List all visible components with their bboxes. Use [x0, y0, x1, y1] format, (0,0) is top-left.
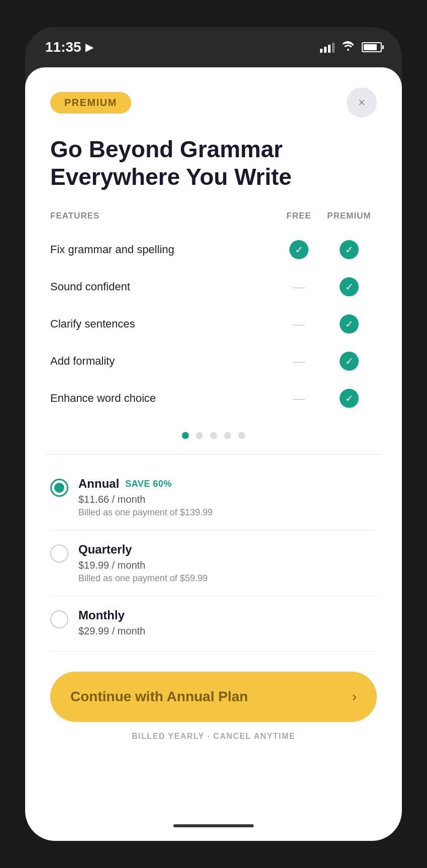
plan-options: AnnualSAVE 60%$11.66 / monthBilled as on… — [50, 465, 377, 652]
battery-icon — [362, 42, 382, 52]
dash-icon: — — [293, 317, 305, 331]
time-label: 11:35 — [45, 39, 81, 55]
check-icon: ✓ — [289, 240, 308, 259]
plan-details-annual: AnnualSAVE 60%$11.66 / monthBilled as on… — [78, 477, 377, 518]
dash-icon: — — [293, 280, 305, 294]
feature-row: Clarify sentences—✓ — [50, 305, 377, 343]
header-row: PREMIUM × — [50, 87, 377, 118]
close-button[interactable]: × — [347, 87, 377, 118]
save-badge: SAVE 60% — [125, 479, 172, 489]
premium-badge: PREMIUM — [50, 92, 131, 114]
feature-name: Clarify sentences — [50, 317, 276, 331]
feature-row: Fix grammar and spelling✓✓ — [50, 231, 377, 268]
col-feature-header: FEATURES — [50, 211, 276, 221]
feature-name: Enhance word choice — [50, 392, 276, 405]
plan-option-quarterly[interactable]: Quarterly$19.99 / monthBilled as one pay… — [50, 530, 377, 596]
plan-billing: Billed as one payment of $139.99 — [78, 507, 377, 518]
status-time: 11:35 ▶ — [45, 39, 93, 55]
radio-quarterly[interactable] — [50, 545, 68, 563]
premium-cell: ✓ — [322, 352, 377, 371]
continue-button[interactable]: Continue with Annual Plan › — [50, 672, 377, 722]
plan-details-quarterly: Quarterly$19.99 / monthBilled as one pay… — [78, 542, 377, 584]
phone-frame: 11:35 ▶ PREMIUM × — [25, 27, 402, 841]
check-icon: ✓ — [340, 240, 359, 259]
radio-monthly[interactable] — [50, 610, 68, 628]
premium-cell: ✓ — [322, 240, 377, 259]
cta-section: Continue with Annual Plan › BILLED YEARL… — [50, 672, 377, 741]
plan-option-annual[interactable]: AnnualSAVE 60%$11.66 / monthBilled as on… — [50, 465, 377, 530]
feature-rows: Fix grammar and spelling✓✓Sound confiden… — [50, 231, 377, 417]
check-icon: ✓ — [340, 389, 359, 408]
plan-price: $11.66 / month — [78, 494, 377, 505]
plan-option-monthly[interactable]: Monthly$29.99 / month — [50, 596, 377, 652]
dot-3 — [210, 432, 217, 439]
home-bar — [173, 824, 254, 827]
dot-1 — [182, 432, 189, 439]
feature-name: Sound confident — [50, 280, 276, 293]
signal-icon — [320, 42, 335, 53]
free-cell: ✓ — [276, 240, 322, 259]
feature-row: Sound confident—✓ — [50, 268, 377, 305]
carousel-dots — [50, 432, 377, 439]
dot-5 — [238, 432, 245, 439]
premium-cell: ✓ — [322, 389, 377, 408]
dot-4 — [224, 432, 231, 439]
radio-inner — [54, 483, 64, 493]
wifi-icon — [342, 41, 355, 54]
plan-details-monthly: Monthly$29.99 / month — [78, 608, 377, 639]
cta-subtitle: BILLED YEARLY · CANCEL ANYTIME — [50, 732, 377, 741]
location-icon: ▶ — [85, 41, 93, 53]
plan-price: $19.99 / month — [78, 560, 377, 571]
feature-header-row: FEATURES FREE PREMIUM — [50, 211, 377, 221]
status-icons — [320, 41, 382, 54]
radio-annual[interactable] — [50, 479, 68, 497]
plan-name: Monthly — [78, 608, 125, 622]
dash-icon: — — [293, 354, 305, 368]
section-divider — [45, 454, 382, 455]
free-cell: — — [276, 354, 322, 368]
cta-button-text: Continue with Annual Plan — [70, 689, 248, 705]
check-icon: ✓ — [340, 352, 359, 371]
dot-2 — [196, 432, 203, 439]
cta-arrow-icon: › — [352, 689, 357, 705]
plan-name: Annual — [78, 477, 119, 491]
dash-icon: — — [293, 391, 305, 405]
free-cell: — — [276, 317, 322, 331]
premium-cell: ✓ — [322, 314, 377, 334]
feature-row: Enhance word choice—✓ — [50, 380, 377, 417]
content-sheet: PREMIUM × Go Beyond Grammar Everywhere Y… — [25, 67, 402, 811]
free-cell: — — [276, 280, 322, 294]
status-bar: 11:35 ▶ — [25, 27, 402, 67]
feature-name: Add formality — [50, 355, 276, 368]
col-free-header: FREE — [276, 211, 322, 221]
col-premium-header: PREMIUM — [322, 211, 377, 221]
plan-title-row: Quarterly — [78, 542, 377, 557]
plan-billing: Billed as one payment of $59.99 — [78, 573, 377, 584]
plan-name: Quarterly — [78, 542, 132, 557]
check-icon: ✓ — [340, 277, 359, 296]
home-indicator — [25, 811, 402, 841]
plan-title-row: Monthly — [78, 608, 377, 622]
plan-title-row: AnnualSAVE 60% — [78, 477, 377, 491]
premium-cell: ✓ — [322, 277, 377, 296]
main-title: Go Beyond Grammar Everywhere You Write — [50, 136, 377, 191]
feature-name: Fix grammar and spelling — [50, 243, 276, 256]
check-icon: ✓ — [340, 314, 359, 334]
plan-price: $29.99 / month — [78, 625, 377, 637]
feature-table: FEATURES FREE PREMIUM Fix grammar and sp… — [50, 211, 377, 417]
free-cell: — — [276, 391, 322, 405]
feature-row: Add formality—✓ — [50, 343, 377, 380]
